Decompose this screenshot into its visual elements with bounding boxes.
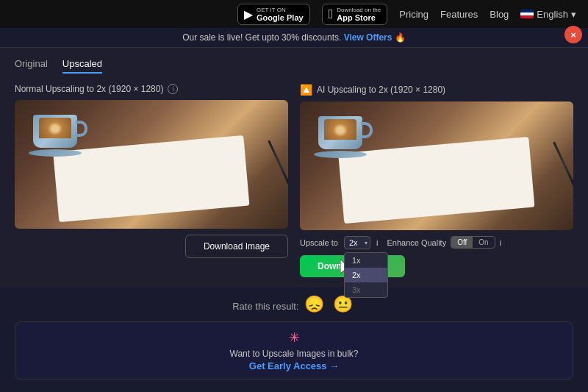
app-store-button[interactable]:  Download on the App Store: [322, 4, 388, 25]
left-panel-title: Normal Upscaling to 2x (1920 × 1280) i: [15, 84, 288, 94]
right-image-preview: [300, 101, 573, 230]
early-access-link[interactable]: Get Early Access →: [30, 360, 558, 371]
pen-left: [268, 140, 288, 188]
main-content: × Original Upscaled Normal Upscaling to …: [0, 48, 588, 288]
view-offers-link[interactable]: View Offers: [344, 32, 392, 43]
cup-coffee-right: [324, 119, 356, 140]
tab-original[interactable]: Original: [15, 58, 48, 74]
chevron-down-icon: ▾: [571, 9, 576, 20]
fire-icon: 🔥: [395, 32, 406, 43]
upscale-controls: Upscale to 1x 2x 3x ▾ 1x 2x 3x: [300, 236, 378, 249]
left-image-preview: [15, 100, 288, 229]
cup-saucer-left: [29, 149, 82, 157]
nav-pricing[interactable]: Pricing: [399, 9, 429, 20]
enhance-label: Enhance Quality: [387, 238, 446, 247]
cup-body-left: [33, 115, 77, 148]
cup-latte-left: [48, 122, 62, 135]
sad-emoji-button[interactable]: 😞: [304, 295, 324, 314]
banner-bulk-icon: ✳: [30, 329, 558, 346]
compare-row: Normal Upscaling to 2x (1920 × 1280) i: [15, 84, 573, 277]
language-selector[interactable]: English ▾: [520, 9, 576, 20]
right-panel-title: 🔼 AI Upscaling to 2x (1920 × 1280): [300, 84, 573, 96]
apple-icon: : [329, 7, 334, 22]
upscale-option-1x[interactable]: 1x: [345, 253, 387, 268]
flag-icon: [520, 10, 534, 18]
promo-bar: Our sale is live! Get upto 30% discounts…: [0, 28, 588, 48]
upscale-dropdown[interactable]: 1x 2x 3x: [344, 252, 388, 298]
upscale-label: Upscale to: [300, 238, 338, 247]
coffee-cup-right: [311, 116, 370, 168]
toggle-group: Off On: [451, 236, 495, 249]
bottom-banner: ✳ Want to Upscale Images in bulk? Get Ea…: [15, 321, 573, 379]
google-play-button[interactable]: ▶ GET IT ON Google Play: [237, 4, 310, 25]
cup-body-right: [318, 116, 362, 149]
upscale-select[interactable]: 1x 2x 3x: [344, 236, 370, 249]
cup-saucer-right: [314, 151, 367, 158]
cup-latte-right: [333, 124, 348, 137]
promo-text: Our sale is live! Get upto 30% discounts…: [182, 32, 341, 43]
left-panel: Normal Upscaling to 2x (1920 × 1280) i: [15, 84, 288, 277]
tab-upscaled[interactable]: Upscaled: [62, 58, 102, 74]
right-panel: 🔼 AI Upscaling to 2x (1920 × 1280): [300, 84, 573, 277]
upscale-select-wrapper: 1x 2x 3x ▾ 1x 2x 3x: [344, 236, 370, 249]
right-coffee-image: [300, 101, 573, 230]
nav-features[interactable]: Features: [440, 9, 478, 20]
cup-coffee-left: [39, 118, 71, 138]
nav-blog[interactable]: Blog: [490, 9, 509, 20]
google-play-text: GET IT ON Google Play: [257, 7, 304, 22]
enhance-info-icon[interactable]: i: [500, 238, 501, 247]
upscale-option-2x[interactable]: 2x: [345, 268, 387, 282]
toggle-off-button[interactable]: Off: [451, 237, 473, 248]
pen-right: [553, 141, 573, 189]
cup-handle-right: [361, 122, 373, 138]
upscale-option-3x[interactable]: 3x: [345, 282, 387, 297]
enhance-controls: Enhance Quality Off On i: [387, 236, 501, 249]
app-store-text: Download on the App Store: [337, 7, 381, 22]
left-info-icon[interactable]: i: [168, 84, 178, 94]
tabs-row: Original Upscaled: [15, 58, 573, 74]
ai-upscale-icon: 🔼: [300, 84, 312, 96]
upscale-info-icon[interactable]: i: [376, 238, 378, 247]
left-coffee-image: [15, 100, 288, 229]
banner-title: Want to Upscale Images in bulk?: [30, 349, 558, 359]
rating-row: Rate this result: 😞 😐: [0, 288, 588, 318]
toggle-on-button[interactable]: On: [473, 237, 494, 248]
rating-text: Rate this result:: [232, 301, 298, 312]
cup-handle-left: [76, 121, 87, 137]
left-download-button[interactable]: Download Image: [185, 235, 288, 258]
close-button[interactable]: ×: [564, 26, 582, 43]
coffee-cup-left: [26, 115, 85, 166]
top-nav: ▶ GET IT ON Google Play  Download on th…: [0, 0, 588, 28]
google-play-icon: ▶: [244, 7, 253, 21]
left-action-row: Download Image: [15, 235, 288, 258]
